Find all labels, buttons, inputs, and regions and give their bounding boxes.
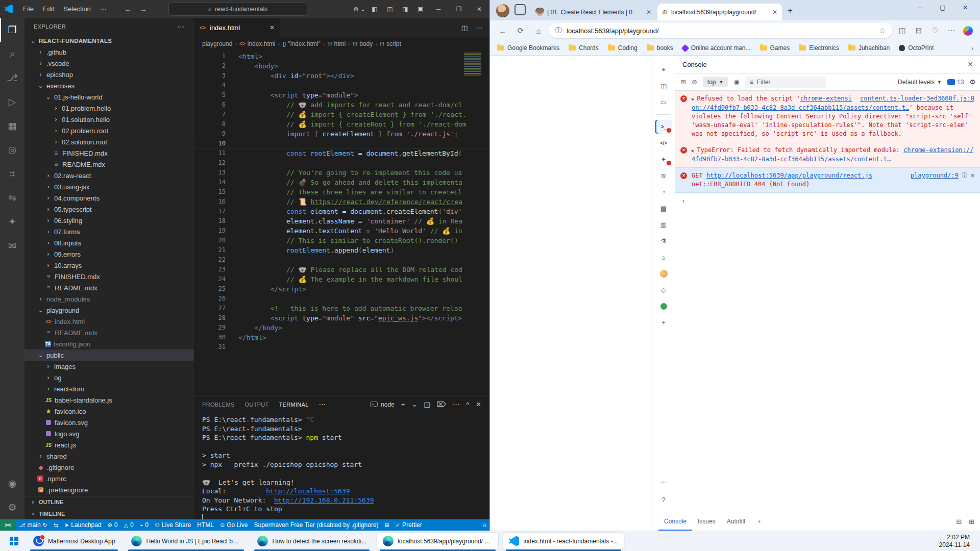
tree-item-readme-mdx[interactable]: ≡README.mdx bbox=[24, 327, 194, 338]
section-timeline[interactable]: ›TIMELINE bbox=[24, 508, 194, 519]
tree-item-exercises[interactable]: ⌄exercises bbox=[24, 80, 194, 91]
status-errors[interactable]: ⊘0 bbox=[105, 519, 121, 531]
terminal-cursor[interactable] bbox=[202, 514, 207, 520]
tree-item-github[interactable]: ›.github bbox=[24, 46, 194, 58]
tree-item-03-using-jsx[interactable]: ›03.using-jsx bbox=[24, 181, 194, 192]
bookmark-electronics[interactable]: Electronics bbox=[799, 44, 839, 52]
customize-layout-icon[interactable]: ▣ bbox=[413, 0, 428, 18]
live-share-icon[interactable]: ⇋ bbox=[0, 186, 24, 210]
section-outline[interactable]: ›OUTLINE bbox=[24, 496, 194, 508]
performance-icon[interactable]: ◔ bbox=[655, 185, 672, 199]
tree-item-shared[interactable]: ›shared bbox=[24, 450, 194, 462]
browser-maximize-icon[interactable]: ▢ bbox=[932, 0, 954, 15]
bookmark-online-account-man[interactable]: Online account man... bbox=[682, 44, 751, 52]
welcome-icon[interactable]: ▭ bbox=[655, 95, 672, 109]
tree-item-finished-mdx[interactable]: ≡FINISHED.mdx bbox=[24, 147, 194, 159]
tree-item-02-raw-react[interactable]: ›02.raw-react bbox=[24, 170, 194, 181]
workspaces-icon[interactable] bbox=[514, 4, 526, 15]
tab-close-icon[interactable]: ✕ bbox=[646, 9, 651, 16]
gitlens-icon[interactable]: ✦ bbox=[0, 210, 24, 234]
context-selector[interactable]: top ▼ bbox=[703, 77, 728, 87]
new-terminal-icon[interactable]: + bbox=[401, 400, 405, 408]
messages-badge[interactable]: 13 bbox=[947, 79, 964, 86]
console-tool-icon[interactable]: >_ bbox=[655, 120, 672, 134]
remote-indicator[interactable]: >< bbox=[0, 519, 16, 531]
status-git-compare[interactable]: ⇆ bbox=[51, 519, 61, 531]
meta-icon[interactable]: ⊙ bbox=[971, 171, 974, 180]
more-tools-icon[interactable]: + bbox=[655, 316, 672, 330]
system-clock[interactable]: 2:02 PM 2024-11-14 bbox=[939, 534, 975, 549]
tree-item-02-solution-root[interactable]: ›02.solution.root bbox=[24, 136, 194, 147]
breadcrumb-item-script[interactable]: ⊡script bbox=[380, 40, 401, 47]
tree-item-epicshop[interactable]: ›epicshop bbox=[24, 69, 194, 80]
source-control-icon[interactable]: ⎇ bbox=[0, 66, 24, 90]
collections-icon[interactable]: ⊟ bbox=[911, 23, 926, 38]
explorer-icon[interactable]: ❐ bbox=[0, 18, 24, 42]
bookmarks-overflow-icon[interactable]: › bbox=[971, 44, 973, 52]
split-editor-icon[interactable]: ◫ bbox=[461, 24, 468, 32]
source-link[interactable]: playground/:9 bbox=[911, 171, 959, 180]
nav-back-icon[interactable]: ← bbox=[125, 5, 132, 13]
tree-item-images[interactable]: ›images bbox=[24, 361, 194, 372]
toggle-secondary-sidebar-icon[interactable]: ◨ bbox=[398, 0, 413, 18]
status-ports[interactable]: ⌁0 bbox=[137, 519, 152, 531]
taskbar-index-html-react-fundamentals[interactable]: index.html - react-fundamentals -... bbox=[503, 533, 623, 549]
console-message[interactable]: ✕content.ts-loader-3ed3668f.js:8▶Refused… bbox=[675, 91, 980, 142]
browser-tab-localhost-5639-app-playground[interactable]: ⊕localhost:5639/app/playground/✕ bbox=[657, 4, 782, 20]
close-panel-icon[interactable]: ✕ bbox=[476, 400, 481, 408]
strip-more-icon[interactable]: ⋯ bbox=[655, 475, 672, 489]
memory-icon[interactable]: ▥ bbox=[655, 218, 672, 232]
drawer-tab-console[interactable]: Console bbox=[658, 512, 692, 531]
browser-back-icon[interactable]: ← bbox=[495, 23, 510, 38]
breadcrumb-item-html[interactable]: ⊡html bbox=[327, 40, 346, 47]
new-tab-button[interactable]: + bbox=[783, 4, 797, 17]
taskbar-localhost-5639-app-playground-a[interactable]: localhost:5639/app/playground/ a... bbox=[377, 533, 498, 549]
status-live-share[interactable]: ⚇Live Share bbox=[152, 519, 194, 531]
source-link[interactable]: content.ts-loader-3ed3668f.js:8 bbox=[860, 94, 974, 103]
status-go-live[interactable]: ⊙Go Live bbox=[217, 519, 251, 531]
start-button[interactable] bbox=[5, 533, 22, 550]
accounts-icon[interactable]: ◉ bbox=[0, 471, 24, 495]
drawer-tab-issues[interactable]: Issues bbox=[692, 512, 721, 531]
toggle-primary-sidebar-icon[interactable]: ◧ bbox=[367, 0, 382, 18]
console-sidebar-icon[interactable]: ⊞ bbox=[680, 78, 686, 86]
tree-item-09-errors[interactable]: ›09.errors bbox=[24, 248, 194, 260]
drawer-tab-autofill[interactable]: Autofill bbox=[721, 512, 751, 531]
bookmark-books[interactable]: books bbox=[647, 44, 673, 52]
breadcrumb-item-index-html[interactable]: <>index.html bbox=[239, 40, 275, 47]
panel-tabs-more-icon[interactable]: ⋯ bbox=[319, 400, 326, 408]
status-browser-preview[interactable]: ⊞ bbox=[382, 519, 393, 531]
tab-close-icon[interactable]: ✕ bbox=[270, 24, 275, 31]
tree-item-og[interactable]: ›og bbox=[24, 372, 194, 383]
tree-item-01-problem-hello[interactable]: ›01.problem.hello bbox=[24, 103, 194, 114]
extension-status-icon[interactable] bbox=[655, 299, 672, 313]
drawer-add-icon[interactable]: + bbox=[752, 512, 767, 531]
vscode-close-icon[interactable]: ✕ bbox=[469, 0, 489, 18]
extension-home-icon[interactable]: ⌂ bbox=[655, 251, 672, 264]
search-icon[interactable]: ⌕ bbox=[0, 42, 24, 66]
manage-settings-icon[interactable]: ⚙ bbox=[0, 495, 24, 519]
bookmark-chords[interactable]: Chords bbox=[569, 44, 599, 52]
command-center-search[interactable]: ⌕ react-fundamentals bbox=[168, 3, 307, 16]
tree-item-babel-standalone-js[interactable]: JSbabel-standalone.js bbox=[24, 394, 194, 406]
expand-quick-view-icon[interactable]: ⊞ bbox=[969, 518, 974, 525]
extension-flask-icon[interactable]: ⚗ bbox=[655, 234, 672, 248]
meta-icon[interactable]: ⓘ bbox=[962, 171, 968, 180]
clear-console-icon[interactable]: ⊘ bbox=[692, 78, 697, 86]
site-info-icon[interactable]: ⓘ bbox=[555, 26, 562, 35]
tree-item-05-typescript[interactable]: ›05.typescript bbox=[24, 204, 194, 215]
terminal-dropdown-icon[interactable]: ⌄ bbox=[411, 400, 417, 408]
status-notifications[interactable]: ⍾ bbox=[480, 519, 489, 531]
breadcrumb-item-body[interactable]: ⊡body bbox=[353, 40, 373, 47]
browser-tab-01-create-react-elements-0[interactable]: | 01. Create React Elements | 0✕ bbox=[531, 4, 656, 20]
tree-item-npmrc[interactable]: n.npmrc bbox=[24, 473, 194, 484]
panel-more-icon[interactable]: ⋯ bbox=[453, 400, 459, 408]
copilot-menu-icon[interactable]: ⊚ ⌄ bbox=[352, 0, 367, 18]
tree-item-02-problem-root[interactable]: ›02.problem.root bbox=[24, 125, 194, 136]
tree-item-07-forms[interactable]: ›07.forms bbox=[24, 226, 194, 237]
browser-reload-icon[interactable]: ⟳ bbox=[513, 23, 528, 38]
tree-item-vscode[interactable]: ›.vscode bbox=[24, 58, 194, 69]
code-editor[interactable]: 1<html>2 <body>3 <div id="root"></div>45… bbox=[194, 50, 489, 395]
nav-forward-icon[interactable]: → bbox=[140, 5, 147, 13]
profile-avatar[interactable] bbox=[496, 4, 509, 17]
